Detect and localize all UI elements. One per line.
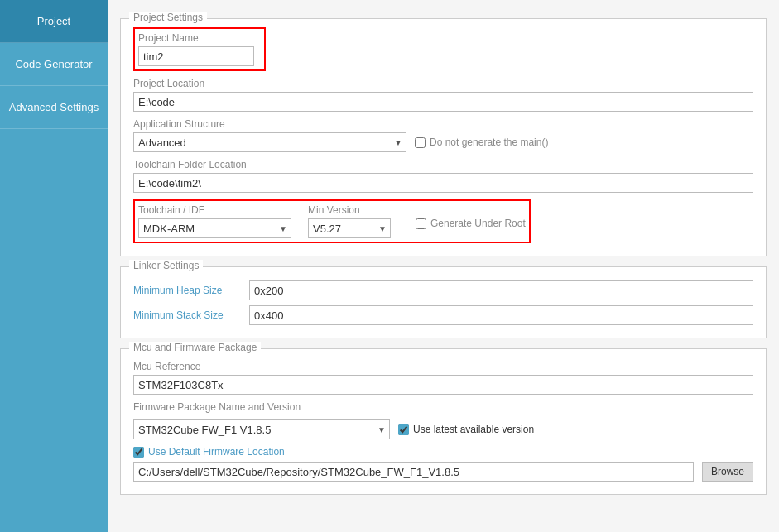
- sidebar-item-project[interactable]: Project: [0, 0, 108, 43]
- use-default-location-checkbox[interactable]: [133, 447, 144, 458]
- toolchain-highlight-box: Toolchain / IDE MDK-ARM EWARM STM32CubeI…: [133, 199, 531, 243]
- project-name-highlight-box: Project Name: [133, 27, 266, 71]
- project-name-label: Project Name: [138, 32, 261, 44]
- sidebar-item-advanced-settings[interactable]: Advanced Settings: [0, 86, 108, 129]
- firmware-package-select-wrapper: STM32Cube FW_F1 V1.8.5 ▼: [133, 419, 390, 439]
- use-latest-checkbox[interactable]: [398, 424, 409, 435]
- app-structure-select[interactable]: Basic Advanced: [133, 132, 406, 152]
- min-heap-label: Minimum Heap Size: [133, 285, 241, 296]
- project-location-label: Project Location: [133, 78, 753, 89]
- firmware-package-row: STM32Cube FW_F1 V1.8.5 ▼ Use latest avai…: [133, 419, 753, 439]
- project-settings-title: Project Settings: [129, 12, 207, 23]
- toolchain-folder-label: Toolchain Folder Location: [133, 159, 753, 170]
- mcu-firmware-section: Mcu and Firmware Package Mcu Reference F…: [120, 348, 767, 495]
- min-stack-label: Minimum Stack Size: [133, 309, 241, 321]
- firmware-package-label: Firmware Package Name and Version: [133, 401, 753, 413]
- project-name-input[interactable]: [138, 46, 254, 66]
- firmware-package-select[interactable]: STM32Cube FW_F1 V1.8.5: [133, 419, 390, 439]
- use-latest-checkbox-label[interactable]: Use latest available version: [398, 424, 534, 435]
- toolchain-ide-select[interactable]: MDK-ARM EWARM STM32CubeIDE: [138, 218, 291, 238]
- min-version-select[interactable]: V4.00 V5.00 V5.27 V5.32: [308, 218, 391, 238]
- toolchain-folder-input[interactable]: [133, 173, 753, 193]
- min-stack-row: Minimum Stack Size: [133, 305, 753, 325]
- min-version-label: Min Version: [308, 204, 391, 216]
- do-not-generate-main-checkbox[interactable]: [415, 137, 426, 148]
- main-content: Project Settings Project Name Project Lo…: [108, 0, 779, 532]
- do-not-generate-main-checkbox-label[interactable]: Do not generate the main(): [415, 137, 548, 148]
- min-heap-row: Minimum Heap Size: [133, 280, 753, 300]
- linker-settings-section: Linker Settings Minimum Heap Size Minimu…: [120, 266, 767, 338]
- project-settings-section: Project Settings Project Name Project Lo…: [120, 18, 767, 256]
- project-location-input[interactable]: [133, 92, 753, 112]
- sidebar: Project Code Generator Advanced Settings: [0, 0, 108, 532]
- toolchain-ide-label: Toolchain / IDE: [138, 204, 291, 216]
- sidebar-item-code-generator[interactable]: Code Generator: [0, 43, 108, 86]
- min-stack-input[interactable]: [249, 305, 753, 325]
- browse-button[interactable]: Browse: [702, 462, 753, 482]
- use-default-location-checkbox-label[interactable]: Use Default Firmware Location: [133, 446, 753, 458]
- app-structure-label: Application Structure: [133, 118, 753, 130]
- mcu-reference-label: Mcu Reference: [133, 361, 753, 372]
- default-location-row: Browse: [133, 462, 753, 482]
- mcu-firmware-title: Mcu and Firmware Package: [129, 342, 261, 353]
- toolchain-ide-select-wrapper: MDK-ARM EWARM STM32CubeIDE ▼: [138, 218, 291, 238]
- mcu-reference-input: [133, 375, 753, 395]
- generate-under-root-checkbox-label[interactable]: Generate Under Root: [416, 218, 526, 229]
- linker-settings-title: Linker Settings: [129, 260, 203, 271]
- app-structure-select-wrapper: Basic Advanced ▼: [133, 132, 406, 152]
- generate-under-root-checkbox[interactable]: [416, 218, 426, 229]
- min-version-select-wrapper: V4.00 V5.00 V5.27 V5.32 ▼: [308, 218, 391, 238]
- default-location-input[interactable]: [133, 462, 694, 482]
- min-heap-input[interactable]: [249, 280, 753, 300]
